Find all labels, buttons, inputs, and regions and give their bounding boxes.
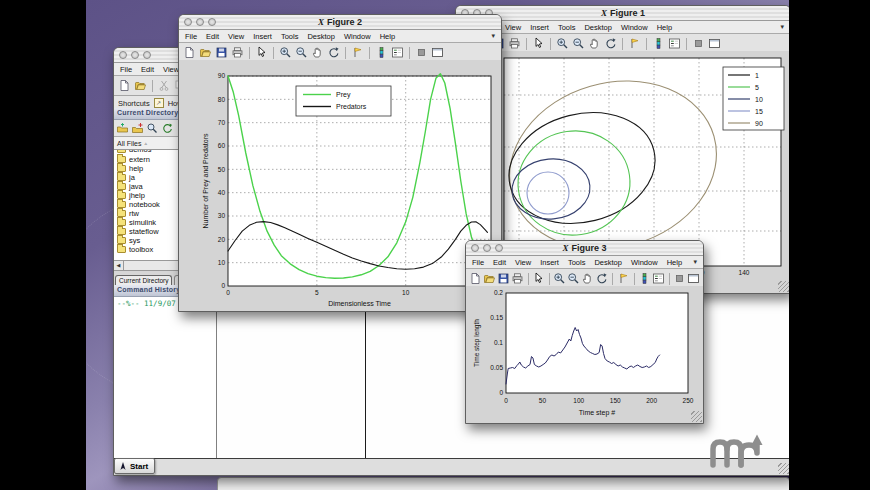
menu-item-desktop[interactable]: Desktop bbox=[594, 258, 622, 267]
menu-item-insert[interactable]: Insert bbox=[540, 258, 559, 267]
figure2-canvas: 05100102030405060708090Dimensionless Tim… bbox=[179, 60, 501, 311]
dock-large-icon[interactable] bbox=[430, 46, 445, 60]
svg-text:0.2: 0.2 bbox=[494, 289, 503, 296]
new-doc-icon[interactable] bbox=[182, 46, 197, 60]
zoom-button[interactable] bbox=[495, 244, 503, 252]
menu-item-file[interactable]: File bbox=[120, 65, 132, 74]
cut-icon[interactable] bbox=[157, 79, 172, 93]
pan-icon[interactable] bbox=[310, 46, 325, 60]
find-icon[interactable] bbox=[146, 122, 159, 134]
menu-item-help[interactable]: Help bbox=[380, 32, 395, 41]
figure2-titlebar[interactable]: X Figure 2 bbox=[179, 15, 501, 30]
legend-icon-icon[interactable] bbox=[667, 37, 682, 51]
zoom-button[interactable] bbox=[143, 51, 151, 59]
colorbar-icon[interactable] bbox=[374, 46, 389, 60]
open-folder-icon[interactable] bbox=[133, 79, 148, 93]
minimize-button[interactable] bbox=[196, 18, 204, 26]
cursor-icon[interactable] bbox=[532, 272, 545, 286]
current-directory-tab[interactable]: Current Directory bbox=[115, 275, 172, 285]
zoom-out-icon[interactable] bbox=[567, 272, 580, 286]
menu-item-file[interactable]: File bbox=[472, 258, 484, 267]
figure3-canvas: 05010015020025000.050.10.150.2Time step … bbox=[466, 286, 703, 423]
close-button[interactable] bbox=[184, 18, 192, 26]
menu-item-tools[interactable]: Tools bbox=[281, 32, 299, 41]
dock-small-icon[interactable] bbox=[414, 46, 429, 60]
legend-icon-icon[interactable] bbox=[652, 272, 665, 286]
zoom-in-icon[interactable] bbox=[553, 272, 566, 286]
rotate-3d-icon[interactable] bbox=[595, 272, 608, 286]
scroll-left-icon[interactable]: ◀ bbox=[114, 261, 124, 270]
new-doc-icon[interactable] bbox=[469, 272, 482, 286]
menu-item-help[interactable]: Help bbox=[667, 258, 682, 267]
dock-large-icon[interactable] bbox=[687, 272, 700, 286]
menu-item-view[interactable]: View bbox=[163, 65, 179, 74]
menu-overflow-icon[interactable]: ▾ bbox=[491, 32, 495, 40]
colorbar-icon[interactable] bbox=[651, 37, 666, 51]
menu-item-view[interactable]: View bbox=[505, 23, 521, 32]
howto-shortcut-icon[interactable]: ↗ bbox=[154, 98, 164, 108]
zoom-out-icon[interactable] bbox=[294, 46, 309, 60]
figure3-window[interactable]: X Figure 3 FileEditViewInsertToolsDeskto… bbox=[465, 240, 704, 424]
print-icon[interactable] bbox=[507, 37, 522, 51]
open-folder-icon[interactable] bbox=[483, 272, 496, 286]
start-button[interactable]: Start bbox=[114, 458, 155, 474]
menu-item-edit[interactable]: Edit bbox=[493, 258, 506, 267]
figure3-menubar: FileEditViewInsertToolsDesktopWindowHelp… bbox=[466, 256, 703, 269]
dock-small-icon[interactable] bbox=[673, 272, 686, 286]
minimize-button[interactable] bbox=[483, 244, 491, 252]
menu-item-window[interactable]: Window bbox=[621, 23, 648, 32]
resize-grip[interactable] bbox=[778, 281, 789, 292]
print-icon[interactable] bbox=[230, 46, 245, 60]
print-icon[interactable] bbox=[511, 272, 524, 286]
cursor-icon[interactable] bbox=[531, 37, 546, 51]
menu-item-help[interactable]: Help bbox=[657, 23, 672, 32]
zoom-in-icon[interactable] bbox=[555, 37, 570, 51]
figure3-titlebar[interactable]: X Figure 3 bbox=[466, 241, 703, 256]
rotate-3d-icon[interactable] bbox=[326, 46, 341, 60]
minimize-button[interactable] bbox=[131, 51, 139, 59]
rotate-3d-icon[interactable] bbox=[603, 37, 618, 51]
pan-icon[interactable] bbox=[581, 272, 594, 286]
resize-grip[interactable] bbox=[691, 411, 702, 422]
save-icon[interactable] bbox=[214, 46, 229, 60]
menu-item-edit[interactable]: Edit bbox=[206, 32, 219, 41]
folder-new-icon[interactable] bbox=[131, 122, 144, 134]
menu-item-desktop[interactable]: Desktop bbox=[584, 23, 612, 32]
dock-large-icon[interactable] bbox=[707, 37, 722, 51]
menu-item-view[interactable]: View bbox=[228, 32, 244, 41]
menu-overflow-icon[interactable]: ▾ bbox=[693, 258, 697, 266]
menu-item-file[interactable]: File bbox=[185, 32, 197, 41]
legend-icon-icon[interactable] bbox=[390, 46, 405, 60]
folder-up-icon[interactable] bbox=[116, 122, 129, 134]
resize-grip[interactable] bbox=[778, 463, 789, 474]
zoom-in-icon[interactable] bbox=[278, 46, 293, 60]
menu-item-window[interactable]: Window bbox=[344, 32, 371, 41]
refresh-icon[interactable] bbox=[161, 122, 174, 134]
data-cursor-icon[interactable] bbox=[617, 272, 630, 286]
close-button[interactable] bbox=[471, 244, 479, 252]
menu-overflow-icon[interactable]: ▾ bbox=[780, 23, 784, 31]
dock-small-icon[interactable] bbox=[691, 37, 706, 51]
open-folder-icon[interactable] bbox=[198, 46, 213, 60]
menu-item-tools[interactable]: Tools bbox=[568, 258, 586, 267]
new-doc-icon[interactable] bbox=[117, 79, 132, 93]
menu-item-edit[interactable]: Edit bbox=[141, 65, 154, 74]
data-cursor-icon[interactable] bbox=[627, 37, 642, 51]
menu-item-insert[interactable]: Insert bbox=[253, 32, 272, 41]
zoom-button[interactable] bbox=[208, 18, 216, 26]
figure2-window[interactable]: X Figure 2 FileEditViewInsertToolsDeskto… bbox=[178, 14, 502, 312]
pan-icon[interactable] bbox=[587, 37, 602, 51]
cursor-icon[interactable] bbox=[254, 46, 269, 60]
save-icon[interactable] bbox=[497, 272, 510, 286]
menu-item-desktop[interactable]: Desktop bbox=[307, 32, 335, 41]
menu-item-tools[interactable]: Tools bbox=[558, 23, 576, 32]
menu-item-window[interactable]: Window bbox=[631, 258, 658, 267]
menu-item-insert[interactable]: Insert bbox=[530, 23, 549, 32]
data-cursor-icon[interactable] bbox=[350, 46, 365, 60]
figure1-titlebar[interactable]: X Figure 1 bbox=[456, 6, 790, 21]
menu-item-view[interactable]: View bbox=[515, 258, 531, 267]
folder-icon bbox=[117, 150, 126, 153]
zoom-out-icon[interactable] bbox=[571, 37, 586, 51]
close-button[interactable] bbox=[119, 51, 127, 59]
colorbar-icon[interactable] bbox=[638, 272, 651, 286]
